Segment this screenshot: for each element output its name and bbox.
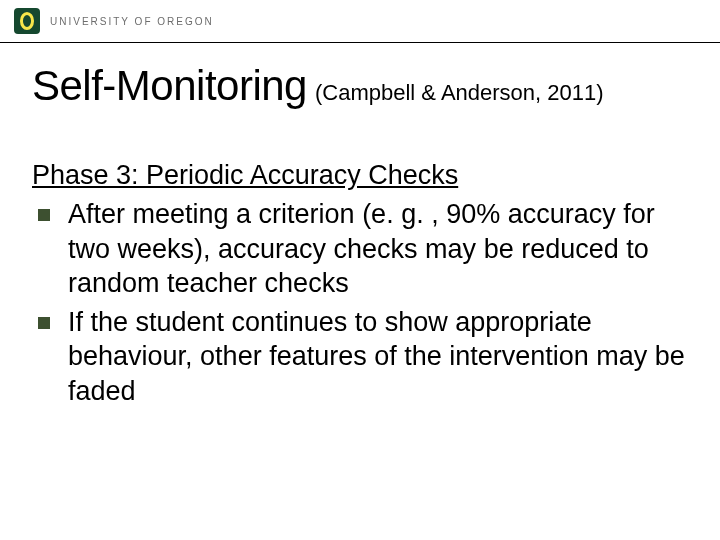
subheading: Phase 3: Periodic Accuracy Checks [32,160,688,191]
square-bullet-icon [38,317,50,329]
square-bullet-icon [38,209,50,221]
list-item: If the student continues to show appropr… [38,305,688,409]
oregon-logo-icon [14,8,40,34]
slide-body: Phase 3: Periodic Accuracy Checks After … [32,160,688,412]
title-citation: (Campbell & Anderson, 2011) [315,80,604,106]
slide-title: Self-Monitoring (Campbell & Anderson, 20… [32,62,604,110]
oregon-o-shape [20,12,34,30]
list-item: After meeting a criterion (e. g. , 90% a… [38,197,688,301]
bullet-text: After meeting a criterion (e. g. , 90% a… [68,199,655,298]
header-divider [0,42,720,43]
header-bar: UNIVERSITY OF OREGON [0,0,720,42]
bullet-list: After meeting a criterion (e. g. , 90% a… [32,197,688,408]
bullet-text: If the student continues to show appropr… [68,307,685,406]
institution-name: UNIVERSITY OF OREGON [50,16,214,27]
title-main-text: Self-Monitoring [32,62,307,110]
